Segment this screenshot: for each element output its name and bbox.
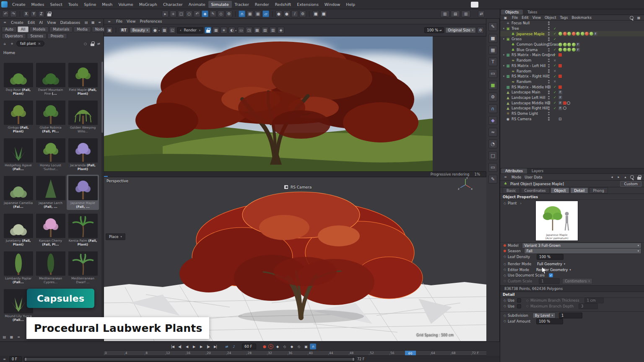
- redshift-tag-icon[interactable]: [558, 53, 562, 57]
- undo-icon[interactable]: ↶: [2, 10, 9, 17]
- display-tag-icon[interactable]: F: [558, 96, 562, 99]
- search-input[interactable]: fall plant ×: [16, 41, 44, 47]
- asset-item[interactable]: Honey Locust 'Sunbur...: [34, 137, 67, 172]
- perspective-viewport[interactable]: yxz Perspective RS Camera Place ▾ Grid S…: [104, 177, 486, 341]
- asset-item[interactable]: Globe Robinia (Fall, Pl...: [34, 99, 67, 134]
- panel-options-icon[interactable]: ≡: [97, 20, 102, 25]
- object-tree-item[interactable]: ▾▦RS Matrix - Main Ground✓: [500, 52, 644, 58]
- render-history-stepper[interactable]: ‹Render›: [177, 27, 203, 34]
- menu-tracker[interactable]: Tracker: [232, 1, 252, 8]
- timeline-ruler[interactable]: 60048121620242832364044485256646872 F: [104, 350, 486, 356]
- lock-icon[interactable]: [205, 27, 211, 34]
- visibility-dots[interactable]: [548, 112, 550, 116]
- asset-item[interactable]: Dog-Rose (Fall, Plant): [2, 62, 34, 97]
- key-pla-button[interactable]: ▣: [303, 344, 309, 349]
- pixel-grid-icon[interactable]: ▦: [213, 27, 219, 34]
- tool-settings-icon[interactable]: ⚙: [226, 10, 232, 17]
- visibility-dots[interactable]: [548, 75, 550, 78]
- menu-tools[interactable]: Tools: [65, 1, 81, 8]
- visibility-dots[interactable]: [548, 48, 550, 52]
- object-tree-item[interactable]: ▾▦RS Matrix - Right Hill✓: [500, 74, 644, 79]
- rv-menu-view[interactable]: View: [127, 19, 135, 23]
- material-tag-icon[interactable]: [558, 43, 562, 47]
- next-key-button[interactable]: |▶: [205, 344, 211, 349]
- preview-range-slider[interactable]: [24, 357, 355, 362]
- max-branch-field[interactable]: 3: [579, 303, 598, 309]
- cube-icon[interactable]: ■: [488, 34, 497, 43]
- caret-icon[interactable]: ▾: [235, 29, 236, 32]
- menu-character[interactable]: Character: [160, 1, 186, 8]
- autokey-button[interactable]: A: [268, 344, 273, 349]
- disabled-x-icon[interactable]: ×: [553, 59, 556, 62]
- search-icon[interactable]: [629, 15, 634, 21]
- lock-icon[interactable]: [89, 41, 95, 47]
- om-panel-icon[interactable]: ▣: [503, 15, 508, 21]
- visibility-dots[interactable]: [548, 80, 550, 84]
- enabled-check-icon[interactable]: ✓: [553, 85, 556, 89]
- measure-pen-icon[interactable]: ✎: [488, 175, 497, 184]
- home-icon[interactable]: ⌂: [2, 41, 8, 47]
- spline-icon[interactable]: ≈: [488, 128, 497, 137]
- snap-icon[interactable]: ∩: [239, 10, 245, 17]
- axis-y-toggle[interactable]: Y: [31, 11, 37, 17]
- place-tool-dropdown[interactable]: Place ▾: [106, 233, 125, 240]
- material-ball-icon[interactable]: ●: [152, 27, 158, 34]
- text-icon[interactable]: T: [488, 57, 497, 66]
- prev-key-button[interactable]: ◀|: [177, 344, 183, 349]
- perspective-menu[interactable]: Perspective: [106, 179, 128, 183]
- asset-item[interactable]: Dwarf Mountain Pine (...: [34, 62, 67, 97]
- cube-a-icon[interactable]: ■: [312, 10, 319, 17]
- last-tool-icon[interactable]: ↶: [194, 10, 200, 17]
- enabled-check-icon[interactable]: ✓: [553, 96, 556, 99]
- tab-layers[interactable]: Layers: [527, 168, 548, 173]
- plane-icon[interactable]: ▦: [488, 46, 497, 54]
- asset-scrollbar[interactable]: [101, 62, 103, 338]
- knife-icon[interactable]: /: [291, 10, 298, 17]
- expander-icon[interactable]: ▾: [502, 75, 506, 78]
- material-tag-icon[interactable]: [563, 43, 567, 47]
- filter-icon[interactable]: ▦: [636, 15, 641, 21]
- material-tag-icon[interactable]: [585, 32, 589, 36]
- compare-icon[interactable]: ◈: [278, 27, 284, 34]
- object-tree-item[interactable]: ≈Random×: [500, 68, 644, 74]
- disabled-x-icon[interactable]: ×: [553, 80, 556, 83]
- section-tab-coordinates[interactable]: Coordinates: [521, 187, 550, 194]
- refresh-icon[interactable]: ⇄: [478, 10, 485, 17]
- material-tag-icon[interactable]: [572, 32, 576, 36]
- tab-objects[interactable]: Objects: [501, 10, 523, 15]
- subdivision-field[interactable]: 1: [559, 313, 582, 318]
- rv-menu-file[interactable]: File: [116, 19, 122, 23]
- key-parameter-button[interactable]: ◇: [296, 344, 302, 349]
- visibility-dots[interactable]: [548, 59, 550, 62]
- asset-item[interactable]: Field Maple (Fall, Plant): [67, 62, 99, 97]
- visibility-dots[interactable]: [548, 43, 550, 47]
- display-tag-icon[interactable]: F: [558, 90, 562, 94]
- asset-item[interactable]: Juneberry (Fall, Plant): [2, 212, 34, 248]
- display-tag-icon[interactable]: F: [576, 43, 580, 47]
- material-tag-icon[interactable]: [572, 48, 576, 52]
- redshift-tag-icon[interactable]: [563, 101, 566, 105]
- category-presets[interactable]: Presets: [47, 33, 67, 39]
- menu-mesh[interactable]: Mesh: [99, 1, 115, 8]
- object-tree-item[interactable]: ▾▦RS Matrix - Left Hill✓: [500, 63, 644, 69]
- layout-right-icon[interactable]: ▥: [461, 10, 470, 17]
- filter-auto[interactable]: Auto: [2, 26, 17, 32]
- tag-icon[interactable]: ◆: [488, 116, 497, 125]
- editor-mode-dropdown[interactable]: Render Geometry▾: [534, 267, 574, 273]
- asset-item[interactable]: Mediterranean Cypres...: [34, 250, 67, 285]
- layout-left-icon[interactable]: ▥: [440, 10, 449, 17]
- enabled-check-icon[interactable]: ✓: [553, 101, 556, 105]
- material-tag-icon[interactable]: [567, 43, 571, 47]
- wrench-icon[interactable]: ⚙: [299, 10, 306, 17]
- ring-tag-icon[interactable]: [563, 106, 566, 110]
- grid-view-icon[interactable]: ▤: [2, 334, 7, 340]
- asset-item[interactable]: Japanese Maple (Fall, ...: [67, 175, 99, 210]
- object-tree-item[interactable]: ♣Japanese Maple✓F: [500, 31, 644, 36]
- ring-tag-icon[interactable]: [567, 101, 570, 105]
- material-tag-icon[interactable]: [581, 32, 584, 36]
- capsule-icon[interactable]: ▭: [488, 69, 497, 78]
- material-tag-icon[interactable]: [567, 48, 571, 52]
- model-dropdown[interactable]: Variant 3 Full-Grown▾: [522, 243, 641, 248]
- min-branch-use-checkbox[interactable]: [517, 298, 521, 303]
- go-to-start-button[interactable]: |◀: [169, 344, 176, 349]
